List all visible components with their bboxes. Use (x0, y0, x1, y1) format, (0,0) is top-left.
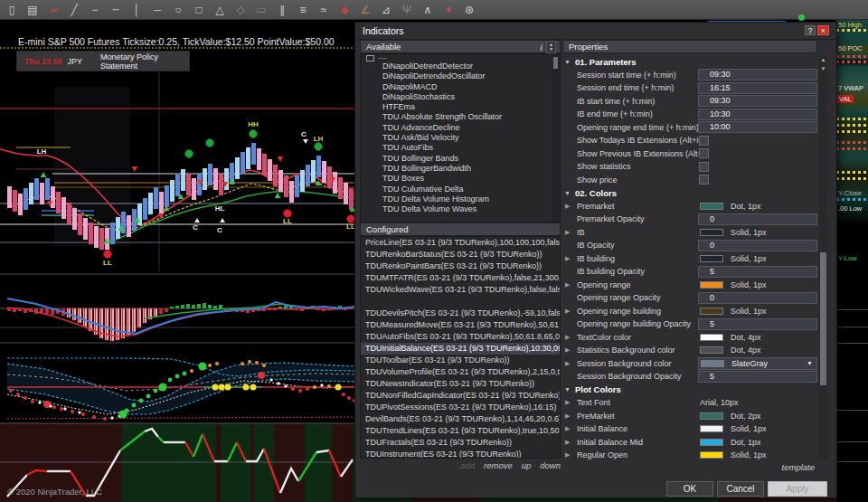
close-icon[interactable]: × (817, 25, 829, 35)
property-input[interactable]: 09:30 (698, 69, 817, 81)
available-indicator-item[interactable]: DiNapoliDetrendDetector (361, 62, 560, 71)
property-row[interactable]: ▶IBSolid, 1px (562, 226, 817, 240)
ellipse-icon[interactable]: ○ (172, 5, 184, 15)
configured-indicator-item[interactable]: TDURenkoPaintBars(ES 03-21 (9/3 TDURenko… (361, 260, 560, 272)
extended-line-icon[interactable]: ╌ (109, 5, 122, 15)
risk-reward-icon[interactable]: ≍ (47, 5, 60, 15)
eraser-icon[interactable]: ▯ (5, 5, 18, 15)
property-row[interactable]: Show Todays IB Extensions (Alt+I) (562, 134, 817, 147)
property-row[interactable]: ▼01. Parameters (562, 55, 817, 69)
available-indicator-item[interactable]: TDU Ask/Bid Velocity (361, 133, 560, 143)
property-row[interactable]: Opening range building Opacity5 (562, 317, 817, 331)
dialog-titlebar[interactable]: Indicators ? × (355, 23, 836, 40)
help-button[interactable]: ? (805, 25, 816, 35)
chevron-down-icon[interactable]: ▼ (562, 190, 575, 196)
alert-icon[interactable]: ✶ (442, 5, 455, 15)
property-row[interactable]: Show Previous IB Extensions (Alt+I) (562, 147, 817, 161)
configured-indicator-item[interactable]: TDUFractals(ES 03-21 (9/3 TDURenko)) (361, 437, 560, 449)
color-swatch[interactable] (700, 203, 723, 210)
expander-icon[interactable]: ▶ (562, 229, 574, 236)
property-row[interactable]: Opening range end time (+ h:min)10:00 (562, 121, 817, 135)
region-icon[interactable]: ▭ (255, 5, 268, 15)
scroll-down-icon[interactable]: ▼ (819, 64, 827, 73)
available-indicator-item[interactable]: DiNapoliMACD (361, 82, 560, 92)
property-row[interactable]: Show statistics (562, 160, 817, 174)
color-swatch[interactable] (700, 346, 723, 354)
line-segment-icon[interactable]: − (89, 5, 101, 15)
available-indicator-item[interactable]: TDU BollingerBandwidth (361, 164, 560, 174)
fib-fan-icon[interactable]: ∠ (359, 5, 372, 15)
property-row[interactable]: ▶Regular OpenSolid, 1px (562, 449, 817, 462)
color-swatch[interactable] (700, 451, 723, 459)
color-swatch[interactable] (700, 308, 723, 315)
color-swatch[interactable] (700, 229, 723, 236)
gann-fan-icon[interactable]: ⊿ (380, 5, 392, 15)
fib-retracement-icon[interactable]: ≡ (297, 5, 309, 15)
color-swatch[interactable] (700, 334, 723, 341)
property-row[interactable]: ▶Initial Balance MidDot, 1px (562, 436, 817, 450)
property-row[interactable]: IB building Opacity5 (562, 265, 817, 279)
expander-icon[interactable]: ▶ (562, 399, 574, 406)
property-row[interactable]: ▼02. Colors (562, 186, 817, 200)
available-indicator-item[interactable]: TDU Delta Volume Histogram (361, 194, 560, 204)
property-row[interactable]: ▶Opening rangeSolid, 1px (562, 279, 817, 292)
configured-indicator-item[interactable]: TDUPivotSessions(ES 03-21 (9/3 TDURenko)… (361, 402, 560, 413)
scrollbar-thumb[interactable] (820, 252, 826, 385)
property-row[interactable]: IB end time (+ h:min)10:30 (562, 108, 817, 121)
available-indicator-item[interactable]: TDU Absolute Strength Oscillator (361, 112, 560, 122)
property-row[interactable]: Opening range Opacity0 (562, 291, 817, 305)
configured-indicator-item[interactable]: TDUAutoFibs(ES 03-21 (9/3 TDURenko),50,6… (361, 331, 560, 343)
configured-indicator-item[interactable]: TDUDevilsPitch(ES 03-21 (9/3 TDURenko),-… (361, 308, 560, 319)
ruler-icon[interactable]: ▤ (26, 5, 39, 15)
available-indicator-item[interactable]: TDU Delta Volume Waves (361, 204, 560, 214)
color-swatch[interactable] (700, 439, 723, 446)
session-background-dropdown[interactable]: SlateGray▼ (698, 357, 817, 370)
property-input[interactable]: 09:30 (698, 95, 817, 107)
expander-icon[interactable]: ▶ (562, 360, 574, 367)
available-indicator-item[interactable]: TDU Boxes (361, 174, 560, 184)
property-row[interactable]: ▶PremarketDot, 1px (562, 200, 817, 213)
property-row[interactable]: ▶Statistics Background colorDot, 4px (562, 344, 817, 357)
property-checkbox[interactable] (699, 175, 709, 185)
available-indicator-item[interactable]: DiNapoliDetrendedOscillator (361, 71, 560, 81)
expander-icon[interactable]: ▶ (562, 281, 574, 289)
expander-icon[interactable]: ▶ (562, 439, 574, 446)
property-input[interactable]: 0 (698, 213, 817, 225)
property-row[interactable]: Session Background Opacity5 (562, 370, 817, 384)
configured-indicator-item[interactable]: TDUToolbar(ES 03-21 (9/3 TDURenko)) (361, 355, 560, 366)
property-row[interactable]: ▶Opening range buildingSolid, 1px (562, 305, 817, 318)
down-link[interactable]: down (540, 460, 561, 470)
expander-icon[interactable]: ▶ (562, 451, 574, 459)
available-indicator-item[interactable]: TDU Bollinger Bands (361, 154, 560, 164)
available-spinner-icon[interactable]: ▲▼ (546, 41, 556, 53)
property-row[interactable]: Session start time (+ h:min)09:30 (562, 69, 817, 82)
scrollbar-thumb[interactable] (553, 57, 558, 69)
remove-link[interactable]: remove (484, 460, 513, 470)
property-checkbox[interactable] (699, 148, 709, 158)
configured-indicator-item[interactable]: TDUNonFilledGapIndicator(ES 03-21 (9/3 T… (361, 390, 560, 402)
available-indicator-item[interactable]: TDU Culumative Delta (361, 185, 560, 194)
expander-icon[interactable]: ▶ (562, 412, 574, 420)
up-link[interactable]: up (522, 460, 532, 470)
chevron-down-icon[interactable]: ▼ (562, 59, 575, 65)
available-indicator-item[interactable]: TDU AdvanceDecline (361, 123, 560, 133)
configured-indicator-item[interactable]: TDUWickedWave(ES 03-21 (9/3 TDURenko),fa… (361, 284, 560, 296)
apply-button[interactable]: Apply (768, 481, 827, 497)
property-row[interactable]: ▶Initial BalanceSolid, 1px (562, 422, 817, 436)
property-row[interactable]: ▼Plot Colors (562, 384, 817, 397)
color-swatch[interactable] (700, 255, 723, 262)
property-input[interactable]: 16:15 (698, 82, 817, 94)
expander-icon[interactable]: ▶ (562, 308, 574, 315)
settings-gear-icon[interactable]: ⊛ (463, 5, 476, 15)
expander-icon[interactable]: ▶ (562, 203, 574, 210)
configured-indicator-item[interactable]: DevilBands(ES 03-21 (9/3 TDURenko),1,14,… (361, 413, 560, 425)
news-row[interactable]: Thu 23.50 JPY Monetary Policy Statement (16, 51, 190, 71)
configured-indicator-item[interactable]: TDUMTFATR(ES 03-21 (9/3 TDURenko),false,… (361, 272, 560, 284)
property-row[interactable]: ▶TextColor colorDot, 4px (562, 331, 817, 345)
polygon-icon[interactable]: ◇ (234, 5, 247, 15)
property-input[interactable]: 5 (698, 266, 817, 278)
property-input[interactable]: 5 (698, 371, 817, 383)
expander-icon[interactable]: ▶ (562, 334, 574, 341)
property-row[interactable]: ▶IB buildingSolid, 1px (562, 252, 817, 266)
property-row[interactable]: ▶PreMarketDot, 2px (562, 410, 817, 423)
